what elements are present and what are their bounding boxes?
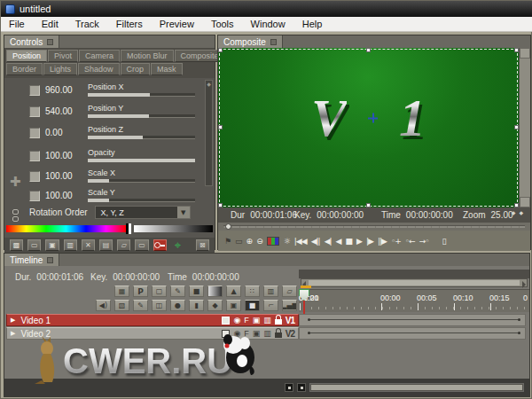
add-keyframe-icon[interactable]: ◦+ [391, 237, 401, 246]
gradient-fill-icon[interactable] [207, 286, 223, 297]
folder-open-icon[interactable]: ▱ [282, 286, 297, 297]
hue-gradient-bar[interactable] [6, 225, 126, 232]
param-checkbox[interactable] [29, 171, 40, 182]
track-lock-icon[interactable] [275, 319, 282, 325]
param-value[interactable]: 540.00 [45, 106, 82, 116]
param-checkbox[interactable] [29, 128, 40, 138]
track-height-icon[interactable] [297, 383, 306, 392]
scatter-dots-icon[interactable]: ∷ [245, 286, 260, 297]
cube-3d-icon[interactable]: ◫ [152, 300, 167, 311]
pen-tool-icon[interactable]: ✎ [170, 286, 185, 297]
param-checkbox[interactable] [29, 191, 40, 201]
param-slider[interactable] [88, 93, 195, 97]
timeline-bottom-scrollbar[interactable] [309, 383, 524, 392]
striped-box-icon[interactable]: ▥ [64, 239, 77, 251]
subtab[interactable]: Mask [151, 63, 183, 75]
track-enable-checkbox[interactable] [222, 317, 230, 325]
canvas-zoom-slider[interactable] [218, 223, 530, 231]
subtab[interactable]: Shadow [78, 63, 120, 75]
border-box-icon[interactable]: ▭ [135, 239, 148, 251]
step-forward-icon[interactable]: |▶ [366, 237, 373, 246]
menu-item[interactable]: Preview [160, 19, 194, 29]
rgb-channels-icon[interactable]: ▥ [267, 237, 279, 246]
subtab[interactable]: Border [6, 63, 43, 75]
menu-item[interactable]: Track [75, 19, 99, 29]
subtab[interactable]: Pivot [48, 50, 78, 62]
subtab[interactable]: Motion Blur [121, 50, 174, 62]
param-slider[interactable] [88, 179, 195, 183]
param-slider[interactable] [88, 199, 195, 202]
param-value[interactable]: 960.00 [45, 85, 82, 95]
param-checkbox[interactable] [29, 85, 40, 96]
keyframe-dot[interactable] [518, 318, 520, 321]
tab-composite[interactable]: Composite [218, 35, 283, 48]
tab-controls[interactable]: Controls [4, 35, 59, 48]
key-to-start-icon[interactable]: ◦← [405, 237, 415, 246]
keyframe-dot[interactable] [518, 332, 520, 334]
param-slider[interactable] [88, 159, 195, 162]
zoom-out-icon[interactable]: ⊖ [256, 237, 262, 246]
loop-range-icon[interactable]: ▯ [442, 237, 446, 246]
key-to-end-icon[interactable]: →◦ [419, 237, 429, 246]
speaker-icon[interactable]: ◀) [96, 300, 111, 311]
param-slider[interactable] [88, 114, 195, 118]
keyframe-key-icon[interactable] [153, 239, 167, 251]
param-checkbox[interactable] [29, 106, 40, 117]
rounded-mask-icon[interactable]: ▢ [152, 286, 167, 297]
luma-gradient-bar[interactable] [134, 225, 213, 232]
scroll-up-icon[interactable] [520, 48, 530, 59]
menu-item[interactable]: Tools [211, 19, 234, 29]
timeline-horizontal-scrollbar[interactable] [301, 278, 528, 287]
keyframe-dot[interactable] [308, 332, 310, 334]
edit-mask-icon[interactable]: ▧ [114, 300, 129, 311]
paintbrush-icon[interactable]: ✎ [133, 300, 148, 311]
safe-area-icon[interactable]: ▭ [235, 237, 242, 246]
anchor-target-icon[interactable]: ⌖ [171, 239, 184, 251]
move-crosshair-icon[interactable]: ✚ [10, 174, 21, 190]
inset-frame-icon[interactable]: ▣ [45, 239, 59, 251]
panel-menu-icon[interactable] [47, 39, 53, 45]
sheared-box-icon[interactable]: ▱ [117, 239, 130, 251]
menu-item[interactable]: Help [302, 19, 323, 29]
camera-icon[interactable]: ▣ [226, 300, 241, 311]
boxed-pattern-icon[interactable]: ▩ [10, 239, 23, 251]
rotation-order-select[interactable]: X, Y, Z ▼ [95, 206, 191, 219]
expand-track-icon[interactable]: ▶ [11, 317, 15, 324]
matte-box-icon[interactable]: ■ [245, 300, 260, 311]
panel-menu-icon[interactable] [47, 257, 53, 263]
param-value[interactable]: 100.00 [45, 191, 82, 200]
title-bar[interactable]: untitled [1, 1, 532, 17]
param-slider[interactable] [88, 136, 195, 139]
track-visibility-eye-icon[interactable]: ◉ [233, 316, 240, 325]
menu-item[interactable]: Window [251, 19, 286, 29]
solid-color-icon[interactable]: ■ [189, 286, 204, 297]
expand-track-icon[interactable]: ▶ [11, 330, 15, 337]
wide-frame-icon[interactable]: ▭ [27, 239, 41, 251]
subtab[interactable]: Lights [43, 63, 77, 75]
gradient-cursor[interactable] [126, 223, 131, 234]
track-monitor-icon[interactable]: ▣ [253, 316, 261, 325]
diamond-icon[interactable]: ◆ [207, 300, 223, 311]
stop-icon[interactable]: ■ [346, 237, 353, 246]
scrollbar-thumb[interactable] [311, 385, 522, 390]
keyframe-dot[interactable] [308, 318, 310, 321]
histogram-icon[interactable]: ▂▄▆ [282, 300, 297, 311]
param-value[interactable]: 100.00 [45, 151, 82, 160]
subtab[interactable]: Position [6, 50, 47, 62]
box-handles-icon[interactable]: ▤ [99, 239, 113, 251]
param-value[interactable]: 100.00 [45, 171, 82, 181]
step-back-icon[interactable]: ◀| [325, 237, 332, 246]
menu-item[interactable]: Filters [116, 19, 143, 29]
selection-handle[interactable] [514, 48, 519, 52]
track-mode-icon[interactable]: ▥ [263, 316, 271, 325]
slider-thumb[interactable] [225, 223, 231, 230]
brightness-icon[interactable]: ☼ [284, 237, 290, 246]
track-header[interactable]: ▶ Video 1 ◉ F ▣ ▥ V1 [6, 314, 299, 326]
range-marker[interactable] [301, 286, 311, 288]
cone-tool-icon[interactable]: ▲ [226, 286, 241, 297]
menu-item[interactable]: File [9, 19, 25, 29]
tab-timeline[interactable]: Timeline [4, 254, 59, 266]
timeline-ruler[interactable]: 0 00:0000:0500:1000:1500:2001:01 [299, 289, 529, 312]
menu-item[interactable]: Edit [42, 19, 59, 29]
chevron-down-icon[interactable]: ▼ [177, 207, 190, 218]
